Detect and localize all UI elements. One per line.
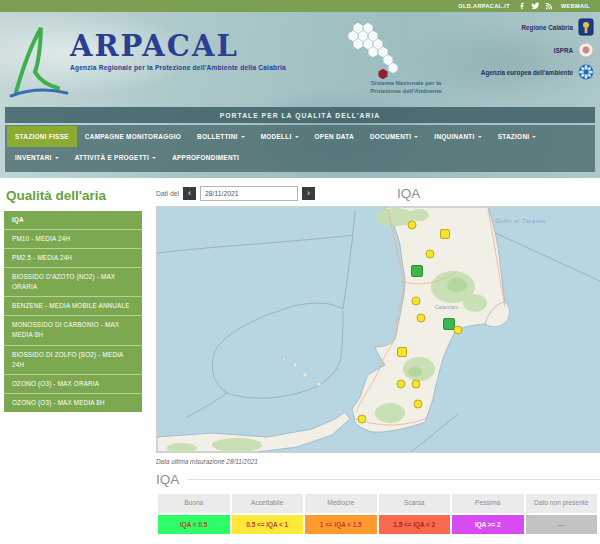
nav-approfondimenti[interactable]: APPROFONDIMENTI [164,147,247,168]
brand-subtitle: Agenzia Regionale per la Protezione dell… [70,64,286,71]
snpa-hexagons-icon [336,20,452,84]
sidebar-item-no2[interactable]: BIOSSIDO D'AZOTO (NO2) - MAX ORARIA [4,268,142,297]
station-marker-accettabile[interactable] [417,314,426,323]
arpacal-logo[interactable]: ARPACAL Agenzia Regionale per la Protezi… [0,12,286,102]
station-marker-accettabile[interactable] [414,400,423,409]
main-navigation: STAZIONI FISSE CAMPAGNE MONITORAGGIO BOL… [5,125,595,172]
map-basemap: Golfo di Taranto Catanzaro [157,207,600,452]
nav-campagne-monitoraggio[interactable]: CAMPAGNE MONITORAGGIO [77,126,189,147]
twitter-icon[interactable] [531,2,540,10]
last-measurement-caption: Data ultima misurazione 28/11/2021 [156,458,600,465]
air-quality-map[interactable]: Golfo di Taranto Catanzaro [156,206,600,453]
legend-value-scarsa: 1.5 <= IQA < 2 [379,515,451,534]
partner-ispra[interactable]: ISPRA [481,42,594,58]
old-site-link[interactable]: OLD.ARPACAL.IT [458,3,510,9]
facebook-icon[interactable] [518,2,526,10]
station-marker-accettabile[interactable] [358,415,367,424]
chevron-down-icon [152,157,156,161]
partner-regione-calabria[interactable]: Regione Calabria [481,18,594,36]
main-panel: Dati del ‹ › IQA [150,178,600,536]
station-marker-accettabile[interactable] [397,347,407,357]
station-marker-accettabile[interactable] [412,297,421,306]
sidebar-title: Qualità dell'aria [4,182,150,211]
legend-value-buona: IQA < 0.5 [158,515,230,534]
legend-value-pessima: IQA >= 2 [452,515,524,534]
date-label: Dati del [156,190,179,197]
sidebar-item-pm10[interactable]: PM10 - MEDIA 24H [4,230,142,249]
chevron-down-icon [532,136,536,140]
station-marker-accettabile[interactable] [426,250,435,259]
chevron-down-icon [295,136,299,140]
partner-eea[interactable]: Agenzia europea dell'ambiente [481,64,594,80]
nav-documenti[interactable]: DOCUMENTI [362,126,426,147]
legend-header: Mediocre [305,494,377,513]
site-header: ARPACAL Agenzia Regionale per la Protezi… [0,12,600,178]
brand-name: ARPACAL [70,32,286,61]
ispra-icon [578,42,594,58]
sidebar-item-iqa[interactable]: IQA [4,211,142,230]
legend-title: IQA [156,472,179,487]
nav-stazioni-fisse[interactable]: STAZIONI FISSE [7,126,77,147]
iqa-legend-table: Buona Accettabile Mediocre Scarsa Pessim… [156,492,599,536]
sidebar-item-benzene[interactable]: BENZENE - MEDIA MOBILE ANNUALE [4,297,142,316]
station-marker-buona[interactable] [411,265,423,277]
nav-bollettini[interactable]: BOLLETTINI [189,126,253,147]
arpacal-logo-mark [8,22,70,102]
legend-header: Pessima [452,494,524,513]
nav-modelli[interactable]: MODELLI [253,126,307,147]
map-title: IQA [397,186,420,201]
legend-header: Accettabile [232,494,304,513]
sidebar-item-o3-8h[interactable]: OZONO (O3) - MAX MEDIA 8H [4,394,142,412]
station-marker-accettabile[interactable] [454,326,463,335]
webmail-link[interactable]: WEBMAIL [561,3,590,9]
portal-title: PORTALE PER LA QUALITÀ DELL'ARIA [220,112,381,119]
legend-value-mediocre: 1 <= IQA < 1.5 [305,515,377,534]
legend-header: Scarsa [379,494,451,513]
nav-inventari[interactable]: INVENTARI [7,147,67,168]
chevron-down-icon [414,136,418,140]
chevron-down-icon [478,136,482,140]
map-label-gulf: Golfo di Taranto [495,218,546,224]
top-utility-bar: OLD.ARPACAL.IT WEBMAIL [0,0,600,12]
sidebar-item-co[interactable]: MONOSSIDO DI CARBONIO - MAX MEDIA 8H [4,316,142,345]
sidebar: Qualità dell'aria IQA PM10 - MEDIA 24H P… [0,178,150,536]
regione-calabria-icon [578,18,594,36]
sidebar-item-so2[interactable]: BIOSSIDO DI ZOLFO (SO2) - MEDIA 24H [4,346,142,375]
legend-value-assente: --- [526,515,598,534]
nav-stazioni[interactable]: STAZIONI [490,126,545,147]
map-label-city: Catanzaro [435,304,458,310]
next-day-button[interactable]: › [302,187,315,200]
prev-day-button[interactable]: ‹ [183,187,196,200]
date-input[interactable] [200,186,298,201]
station-marker-accettabile[interactable] [412,380,421,389]
portal-title-bar: PORTALE PER LA QUALITÀ DELL'ARIA [5,107,595,123]
station-marker-accettabile[interactable] [397,380,406,389]
legend-header: Dato non presente [526,494,598,513]
sidebar-item-pm25[interactable]: PM2.5 - MEDIA 24H [4,249,142,268]
nav-attivita-progetti[interactable]: ATTIVITÀ E PROGETTI [67,147,164,168]
sidebar-item-o3-oraria[interactable]: OZONO (O3) - MAX ORARIA [4,375,142,394]
eea-icon [578,64,594,80]
snpa-label: Sistema Nazionale per la Protezione dell… [360,80,452,95]
divider [187,479,600,480]
station-marker-accettabile[interactable] [440,229,450,239]
station-marker-accettabile[interactable] [408,221,417,230]
legend-value-accettabile: 0.5 <= IQA < 1 [232,515,304,534]
rss-icon[interactable] [545,2,553,10]
snpa-logo[interactable]: Sistema Nazionale per la Protezione dell… [336,20,466,95]
chevron-down-icon [55,157,59,161]
legend-header: Buona [158,494,230,513]
chevron-down-icon [241,136,245,140]
nav-inquinanti[interactable]: INQUINANTI [426,126,489,147]
nav-open-data[interactable]: OPEN DATA [307,126,362,147]
